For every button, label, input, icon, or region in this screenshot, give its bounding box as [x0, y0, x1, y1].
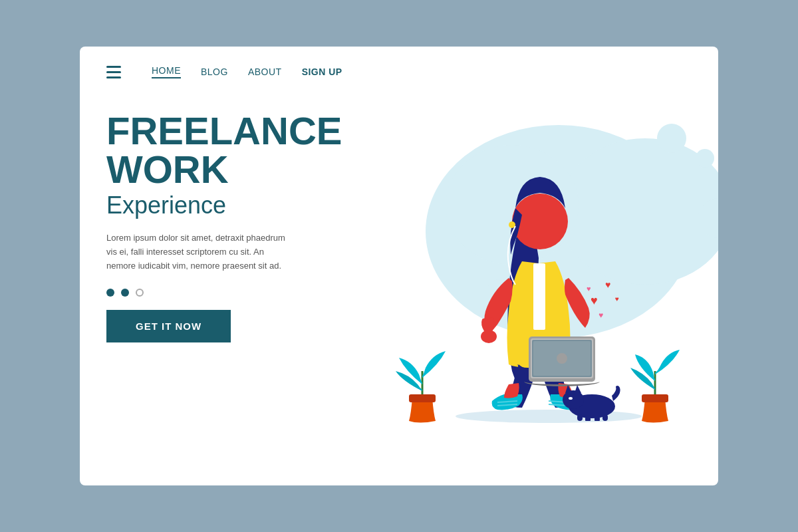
hero-illustration: ♥ ♥ ♥ ♥ ♥ [386, 105, 692, 424]
svg-point-3 [657, 124, 686, 153]
hero-title-line1: FREELANCE [106, 112, 386, 150]
navbar: HOME BLOG ABOUT SIGN UP [80, 47, 718, 78]
svg-text:♥: ♥ [615, 295, 619, 303]
plant-left [392, 338, 452, 424]
svg-text:♥: ♥ [591, 294, 598, 307]
svg-rect-35 [577, 414, 583, 421]
svg-rect-38 [602, 414, 608, 421]
hamburger-menu[interactable] [106, 66, 121, 78]
nav-blog[interactable]: BLOG [201, 66, 228, 77]
svg-rect-37 [595, 416, 600, 421]
nav-about[interactable]: ABOUT [248, 66, 282, 77]
svg-rect-8 [533, 263, 545, 330]
svg-marker-32 [565, 385, 572, 393]
svg-text:♥: ♥ [605, 279, 610, 290]
hero-subtitle: Experience [106, 192, 386, 219]
svg-point-20 [557, 353, 567, 364]
hero-title-line2: WORK [106, 150, 386, 189]
svg-rect-28 [642, 394, 668, 402]
nav-links: HOME BLOG ABOUT SIGN UP [152, 65, 342, 78]
svg-text:♥: ♥ [587, 285, 591, 293]
slide-dots [106, 289, 386, 297]
dot-2[interactable] [121, 289, 129, 297]
svg-rect-26 [409, 394, 436, 402]
svg-point-34 [569, 397, 573, 400]
svg-point-31 [563, 390, 584, 409]
svg-rect-36 [585, 416, 591, 421]
dot-1[interactable] [106, 289, 114, 297]
cta-button[interactable]: GET IT NOW [106, 310, 231, 342]
plant-right [625, 338, 685, 424]
hero-section: FREELANCE WORK Experience Lorem ipsum do… [80, 78, 718, 424]
cat-illustration [559, 381, 625, 421]
nav-home[interactable]: HOME [152, 65, 181, 78]
nav-signup[interactable]: SIGN UP [302, 66, 342, 77]
svg-text:♥: ♥ [598, 311, 603, 320]
svg-point-4 [696, 149, 714, 168]
svg-point-11 [481, 330, 497, 343]
hero-left: FREELANCE WORK Experience Lorem ipsum do… [106, 105, 386, 342]
page-card: HOME BLOG ABOUT SIGN UP FREELANCE WORK E… [80, 47, 718, 485]
hero-body-text: Lorem ipsum dolor sit amet, detraxit pha… [106, 231, 293, 273]
svg-marker-33 [575, 385, 581, 393]
dot-3[interactable] [136, 289, 144, 297]
